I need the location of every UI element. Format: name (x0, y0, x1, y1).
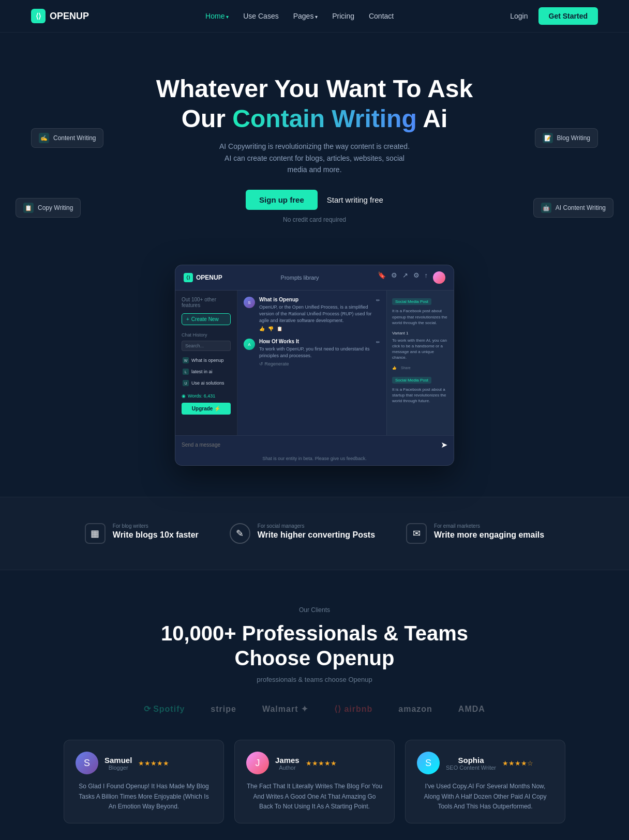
mockup-wrapper: ⟨⟩ OPENUP Prompts library 🔖 ⚙ ↗ ⚙ ↑ Out … (0, 265, 629, 497)
blog-writing-icon: 📝 (543, 133, 553, 143)
regenerate-button[interactable]: ↺ Regenerate (259, 361, 289, 366)
testimonial-info-samuel: Samuel Blogger (104, 756, 132, 771)
logo[interactable]: ⟨⟩ OPENUP (31, 9, 89, 23)
copy-button-1[interactable]: 📋 (277, 326, 282, 331)
badge-blog-writing: 📝 Blog Writing (535, 128, 598, 148)
nav-contact[interactable]: Contact (369, 12, 394, 20)
upload-icon[interactable]: ↑ (425, 271, 428, 284)
feature-blog: ▦ For blog writers Write blogs 10x faste… (85, 523, 199, 544)
feature-social-title: Write higher converting Posts (258, 530, 375, 540)
history-item-1[interactable]: W What is openup (182, 355, 231, 365)
content-writing-icon: ✍ (39, 133, 49, 143)
send-icon[interactable]: ➤ (441, 440, 447, 450)
chat-actions-2: ↺ Regenerate (259, 361, 380, 366)
content-writing-label: Content Writing (53, 134, 96, 142)
mockup-nav-label: Prompts library (281, 274, 319, 281)
mockup-input-hint: Shat is our entity in beta. Please give … (175, 454, 454, 465)
testimonial-info-sophia: Sophia SEO Content Writer (446, 756, 496, 771)
clients-subtitle: professionals & teams choose Openup (31, 676, 598, 683)
nav-home[interactable]: Home (205, 12, 229, 20)
brand-amazon: amazon (398, 705, 432, 714)
social-icon-box: ✎ (230, 523, 250, 544)
avatar-samuel: S (76, 752, 98, 774)
badge-ai-content: 🤖 AI Content Writing (533, 198, 613, 218)
dislike-button-1[interactable]: 👎 (268, 326, 274, 331)
start-writing-button[interactable]: Start writing free (327, 195, 383, 204)
brand-stripe: stripe (211, 705, 236, 714)
nav-pricing[interactable]: Pricing (332, 12, 354, 20)
edit-icon-2[interactable]: ✏ (376, 340, 380, 345)
nav-links: Home Use Cases Pages Pricing Contact (205, 11, 394, 21)
mockup-logo-text: OPENUP (196, 274, 222, 281)
chat-content-1: What is Openup ✏ OpenUP, or the Open Uni… (259, 297, 380, 331)
feature-blog-label: For blog writers (113, 523, 199, 529)
bookmark-icon[interactable]: 🔖 (378, 271, 386, 284)
history-item-3[interactable]: U Use ai solutions (182, 378, 231, 388)
user-avatar[interactable] (433, 271, 445, 284)
testimonial-role-james: Author (275, 765, 299, 771)
edit-icon-1[interactable]: ✏ (376, 298, 380, 303)
right-tag-2: Social Media Post (392, 377, 431, 384)
feature-social: ✎ For social managers Write higher conve… (230, 523, 375, 544)
chat-item-2: A How Of Works It ✏ To work with OpenUP,… (244, 339, 380, 366)
chat-avatar-2: A (244, 339, 255, 350)
chat-title-2: How Of Works It (259, 339, 299, 344)
testimonial-header-sophia: S Sophia SEO Content Writer ★★★★☆ (417, 752, 553, 774)
testimonial-role-sophia: SEO Content Writer (446, 765, 496, 771)
message-input[interactable] (182, 442, 437, 448)
feature-email: ✉ For email marketers Write more engagin… (406, 523, 544, 544)
right-text-2: To work with them AI, you can click to b… (392, 338, 448, 361)
feature-email-text: For email marketers Write more engaging … (434, 523, 544, 540)
right-like[interactable]: 👍 (392, 366, 397, 370)
features-count: Out 100+ other features (182, 297, 231, 308)
nav-use-cases[interactable]: Use Cases (243, 12, 278, 20)
avatar-james: J (246, 752, 269, 774)
badge-content-writing: ✍ Content Writing (31, 128, 103, 148)
clients-title: 10,000+ Professionals & Teams Choose Ope… (31, 621, 598, 670)
right-text-3: It is a Facebook post about a startup th… (392, 387, 448, 404)
hero-buttons: Sign up free Start writing free (31, 190, 598, 210)
ai-content-label: AI Content Writing (556, 204, 606, 211)
gear-icon[interactable]: ⚙ (413, 271, 420, 284)
feature-blog-text: For blog writers Write blogs 10x faster (113, 523, 199, 540)
testimonial-james: J James Author ★★★★★ The Fact That It Li… (234, 740, 395, 823)
chat-title-1: What is Openup (259, 297, 298, 302)
brand-logos: ⟳Spotify stripe Walmart ✦ ⟨⟩ airbnb amaz… (31, 704, 598, 714)
create-new-button[interactable]: + Create New (182, 313, 231, 325)
settings-icon[interactable]: ⚙ (391, 271, 397, 284)
mockup-input-area[interactable]: ➤ (175, 435, 454, 454)
chat-history-label: Chat History (182, 332, 231, 338)
navbar: ⟨⟩ OPENUP Home Use Cases Pages Pricing C… (0, 0, 629, 33)
chat-actions-1: 👍 👎 📋 (259, 326, 380, 331)
like-button-1[interactable]: 👍 (259, 326, 265, 331)
right-share[interactable]: Share (401, 366, 411, 370)
mockup-sidebar: Out 100+ other features + Create New Cha… (175, 291, 237, 435)
right-tag-1: Social Media Post (392, 298, 431, 305)
right-variant: Variant 1 (392, 331, 448, 335)
login-button[interactable]: Login (510, 12, 528, 20)
chat-text-1: OpenUP, or the Open Unified Process, is … (259, 304, 380, 324)
badge-copy-writing: 📋 Copy Writing (16, 198, 81, 218)
email-icon-box: ✉ (406, 523, 427, 544)
brand-amd: AMDA (458, 705, 485, 714)
mockup-header-icons: 🔖 ⚙ ↗ ⚙ ↑ (378, 271, 446, 284)
chat-item-1: S What is Openup ✏ OpenUP, or the Open U… (244, 297, 380, 331)
signup-button[interactable]: Sign up free (246, 190, 318, 210)
share-icon[interactable]: ↗ (402, 271, 408, 284)
brand-spotify: ⟳Spotify (144, 704, 185, 714)
get-started-button[interactable]: Get Started (538, 7, 598, 25)
chat-avatar-1: S (244, 297, 255, 308)
clients-tag: Our Clients (31, 606, 598, 614)
stars-samuel: ★★★★★ (138, 759, 169, 767)
mockup-right-panel: Social Media Post It is a Facebook post … (386, 291, 454, 435)
words-count: ◉ Words: 6,431 (182, 393, 231, 399)
mockup-logo-icon: ⟨⟩ (184, 273, 193, 282)
upgrade-button[interactable]: Upgrade ⚡ (182, 403, 231, 415)
nav-pages[interactable]: Pages (293, 12, 318, 20)
copy-writing-icon: 📋 (23, 203, 34, 213)
sidebar-search[interactable]: Search... (182, 341, 231, 351)
chat-text-2: To work with OpenUP, you first need to u… (259, 346, 380, 359)
feature-email-label: For email marketers (434, 523, 544, 529)
feature-social-label: For social managers (258, 523, 375, 529)
history-item-2[interactable]: L latest in ai (182, 366, 231, 377)
